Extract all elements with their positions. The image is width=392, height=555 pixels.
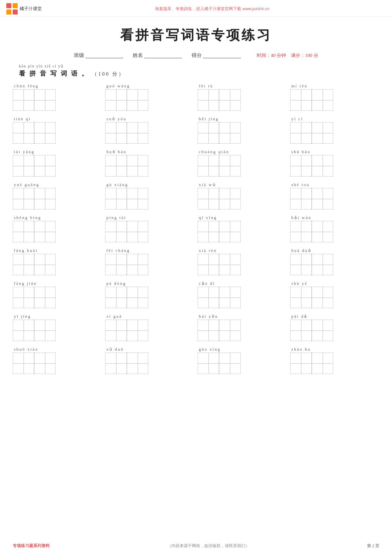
char-box[interactable]	[127, 221, 148, 242]
char-box[interactable]	[312, 155, 333, 177]
char-box[interactable]	[219, 155, 241, 177]
char-box[interactable]	[198, 221, 219, 242]
char-box[interactable]	[290, 320, 312, 341]
char-box[interactable]	[13, 352, 34, 374]
char-box[interactable]	[105, 320, 127, 341]
char-boxes	[105, 352, 148, 374]
char-box[interactable]	[13, 320, 34, 341]
pinyin-label: tiān qì	[13, 116, 31, 122]
char-box[interactable]	[105, 188, 127, 209]
char-box[interactable]	[105, 122, 127, 144]
char-box[interactable]	[290, 221, 312, 242]
char-box[interactable]	[219, 254, 241, 275]
char-box[interactable]	[13, 254, 34, 275]
char-box[interactable]	[312, 254, 333, 275]
char-box[interactable]	[34, 188, 56, 209]
char-box[interactable]	[127, 352, 148, 374]
char-box[interactable]	[105, 254, 127, 275]
char-box[interactable]	[312, 352, 333, 374]
svg-rect-0	[6, 3, 11, 8]
char-boxes	[290, 352, 333, 374]
pinyin-label: fēi cháng	[105, 248, 130, 253]
char-box[interactable]	[127, 122, 148, 144]
char-box[interactable]	[34, 287, 56, 308]
char-box[interactable]	[13, 155, 34, 177]
char-box[interactable]	[312, 221, 333, 242]
char-box[interactable]	[312, 89, 333, 111]
char-box[interactable]	[312, 188, 333, 209]
footer-left: 专项练习题系列资料	[13, 543, 50, 549]
char-box[interactable]	[127, 254, 148, 275]
char-boxes	[13, 352, 56, 374]
char-box[interactable]	[13, 122, 34, 144]
pinyin-label: yuè guāng	[13, 182, 40, 187]
char-box[interactable]	[34, 122, 56, 144]
char-box[interactable]	[198, 287, 219, 308]
char-box[interactable]	[34, 89, 56, 111]
char-box[interactable]	[219, 188, 241, 209]
char-box[interactable]	[290, 287, 312, 308]
char-box[interactable]	[105, 221, 127, 242]
char-box[interactable]	[198, 320, 219, 341]
char-boxes	[290, 155, 333, 177]
section-heading: kàn pīn yīn xiě cí yǔ 看 拼 音 写 词 语 。 （100…	[0, 62, 392, 80]
char-box[interactable]	[290, 122, 312, 144]
score-underline[interactable]	[203, 53, 241, 58]
char-box[interactable]	[219, 122, 241, 144]
char-box[interactable]	[105, 352, 127, 374]
char-box[interactable]	[198, 155, 219, 177]
char-box[interactable]	[34, 254, 56, 275]
char-box[interactable]	[127, 320, 148, 341]
char-boxes	[13, 221, 56, 242]
char-box[interactable]	[13, 287, 34, 308]
char-box[interactable]	[198, 352, 219, 374]
char-box[interactable]	[198, 122, 219, 144]
char-box[interactable]	[290, 188, 312, 209]
class-underline[interactable]	[85, 53, 123, 58]
char-box[interactable]	[34, 352, 56, 374]
char-box[interactable]	[105, 89, 127, 111]
char-box[interactable]	[13, 188, 34, 209]
char-box[interactable]	[127, 89, 148, 111]
char-box[interactable]	[219, 287, 241, 308]
char-box[interactable]	[290, 254, 312, 275]
pinyin-label: huā duǒ	[290, 248, 312, 253]
char-box[interactable]	[105, 287, 127, 308]
vocab-item: qī xīng	[198, 215, 287, 242]
char-box[interactable]	[13, 221, 34, 242]
time-info: 时间：40 分钟 满分：100 分	[257, 53, 318, 59]
char-box[interactable]	[198, 188, 219, 209]
pinyin-label: gāo xìng	[198, 347, 221, 352]
char-box[interactable]	[198, 254, 219, 275]
char-box[interactable]	[34, 155, 56, 177]
char-box[interactable]	[198, 89, 219, 111]
char-box[interactable]	[290, 352, 312, 374]
vocab-item: zuǒ yòu	[105, 116, 195, 144]
char-box[interactable]	[34, 221, 56, 242]
name-underline[interactable]	[144, 53, 182, 58]
char-box[interactable]	[13, 89, 34, 111]
char-box[interactable]	[34, 320, 56, 341]
pinyin-label: pá dòng	[105, 281, 126, 286]
vocab-grid: chūn fēngguó wángfēi rùmí réntiān qìzuǒ …	[0, 80, 392, 380]
vocab-item: hái yǒu	[198, 314, 287, 341]
char-boxes	[105, 287, 148, 308]
char-box[interactable]	[219, 89, 241, 111]
char-box[interactable]	[290, 155, 312, 177]
char-box[interactable]	[105, 155, 127, 177]
pinyin-label: guó wáng	[105, 84, 130, 89]
char-boxes	[105, 221, 148, 242]
char-box[interactable]	[312, 287, 333, 308]
vocab-item: tiān qì	[13, 116, 102, 144]
char-box[interactable]	[219, 320, 241, 341]
char-box[interactable]	[127, 287, 148, 308]
char-box[interactable]	[127, 188, 148, 209]
char-box[interactable]	[219, 352, 241, 374]
char-box[interactable]	[219, 221, 241, 242]
char-box[interactable]	[312, 320, 333, 341]
char-box[interactable]	[127, 155, 148, 177]
char-box[interactable]	[312, 122, 333, 144]
char-boxes	[290, 287, 333, 308]
page-footer: 专项练习题系列资料 （内容来源于网络，如涉版权，请联系我们） 第 2 页	[0, 543, 392, 549]
char-box[interactable]	[290, 89, 312, 111]
